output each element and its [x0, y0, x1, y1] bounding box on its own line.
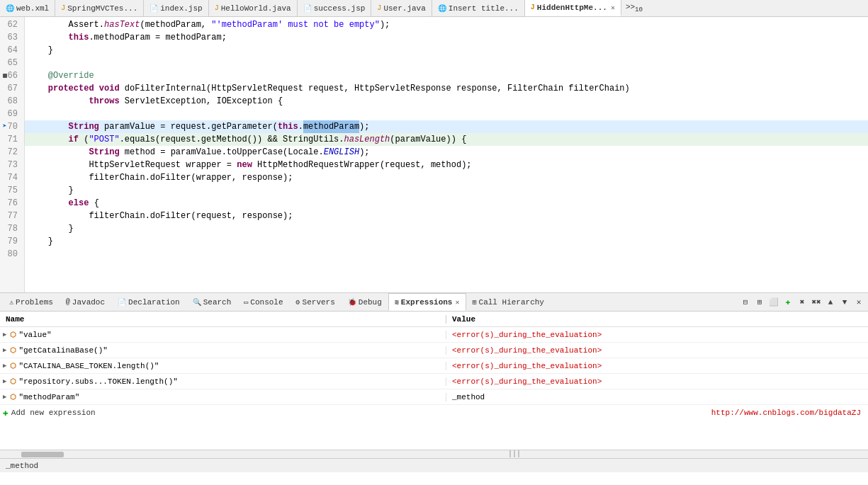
expressions-tab-close[interactable]: ✕	[455, 298, 459, 307]
blog-url: http://www.cnblogs.com/bigdataZJ	[711, 409, 868, 417]
tab-index-jsp[interactable]: 📄 index.jsp	[144, 0, 208, 16]
expr-name-3: ▶ ⬡ "CATALINA_BASE_TOKEN.length()"	[0, 362, 446, 370]
expand-arrow-4[interactable]: ▶	[3, 377, 6, 385]
code-lines-content: Assert.hasText(methodParam, "'methodPara…	[25, 17, 868, 292]
scroll-up-button[interactable]: ▲	[824, 296, 837, 309]
tab-web-xml[interactable]: 🌐 web.xml	[0, 0, 55, 16]
expr-value-4: <error(s)_during_the_evaluation>	[446, 377, 602, 386]
line-66: 66	[0, 69, 21, 82]
code-line-79: }	[25, 235, 868, 248]
tab-call-hierarchy[interactable]: ⊞ Call Hierarchy	[466, 293, 551, 311]
declaration-icon: 📄	[118, 298, 126, 307]
code-line-74: filterChain.doFilter(wrapper, response);	[25, 171, 868, 184]
breakpoint-66[interactable]	[3, 74, 7, 78]
line-71: 71	[0, 133, 21, 146]
expressions-header: Name Value	[0, 312, 868, 327]
java-icon-2: J	[215, 4, 219, 12]
bottom-horizontal-scrollbar[interactable]: |||	[0, 450, 868, 458]
tab-declaration[interactable]: 📄 Declaration	[111, 293, 186, 311]
current-line-arrow: ➤	[3, 120, 7, 133]
code-line-71: if ("POST".equals(request.getMethod()) &…	[25, 133, 868, 146]
expand-all-button[interactable]: ⊞	[753, 296, 766, 309]
line-73: 73	[0, 159, 21, 171]
bottom-toolbar: ⊟ ⊞ ⬜ ✚ ✖ ✖✖ ▲ ▼ ✕	[739, 296, 865, 309]
line-69: 69	[0, 108, 21, 120]
javadoc-icon: @	[66, 298, 70, 306]
code-line-65	[25, 57, 868, 69]
scroll-down-button[interactable]: ▼	[838, 296, 851, 309]
add-expression-label: Add new expression	[11, 409, 96, 417]
collapse-all-button[interactable]: ⊟	[739, 296, 752, 309]
jsp-icon-3: 🌐	[438, 4, 446, 13]
line-76: 76	[0, 197, 21, 210]
maximize-button[interactable]: ⬜	[767, 296, 780, 309]
remove-all-button[interactable]: ✖✖	[810, 296, 823, 309]
horizontal-scrollbar[interactable]	[0, 292, 868, 293]
expr-watch-icon-1: ⬡	[10, 331, 16, 339]
bottom-tab-bar: ⚠ Problems @ Javadoc 📄 Declaration 🔍 Sea…	[0, 293, 868, 312]
debug-icon: 🐞	[348, 298, 356, 307]
code-line-75: }	[25, 184, 868, 197]
expression-row-1: ▶ ⬡ "value" <error(s)_during_the_evaluat…	[0, 327, 868, 343]
expr-footer: ✚ Add new expression http://www.cnblogs.…	[0, 405, 868, 421]
expression-row-2: ▶ ⬡ "getCatalinaBase()" <error(s)_during…	[0, 343, 868, 358]
expand-arrow-1[interactable]: ▶	[3, 331, 6, 338]
code-line-77: filterChain.doFilter(request, response);	[25, 210, 868, 222]
expr-name-4: ▶ ⬡ "repository.subs...TOKEN.length()"	[0, 377, 446, 386]
value-column-header: Value	[446, 315, 475, 324]
line-74: 74	[0, 171, 21, 184]
status-bar: _method	[0, 458, 868, 472]
line-78: 78	[0, 222, 21, 235]
expr-value-1: <error(s)_during_the_evaluation>	[446, 331, 602, 339]
tab-user-java[interactable]: J User.java	[371, 0, 432, 16]
java-icon-3: J	[377, 4, 381, 12]
expr-name-5: ▶ ⬡ "methodParam"	[0, 393, 446, 401]
expr-value-3: <error(s)_during_the_evaluation>	[446, 362, 602, 370]
tab-springmvc[interactable]: J SpringMVCTes...	[55, 0, 144, 16]
tab-hidden-http[interactable]: J HiddenHttpMe... ✕	[525, 0, 621, 16]
expr-watch-icon-4: ⬡	[10, 377, 16, 386]
code-line-64: }	[25, 44, 868, 57]
close-panel-button[interactable]: ✕	[852, 296, 865, 309]
bottom-scrollbar-thumb	[21, 452, 64, 457]
add-watch-button[interactable]: ✚	[782, 296, 794, 309]
search-icon: 🔍	[193, 298, 201, 307]
line-67: 67	[0, 82, 21, 95]
add-expression-row[interactable]: ✚ Add new expression	[0, 405, 96, 421]
expr-value-5: _method	[446, 393, 485, 401]
tab-search[interactable]: 🔍 Search	[186, 293, 238, 311]
line-77: 77	[0, 210, 21, 222]
code-line-67: protected void doFilterInternal(HttpServ…	[25, 82, 868, 95]
code-line-66: @Override	[25, 69, 868, 82]
tab-success-jsp[interactable]: 📄 success.jsp	[298, 0, 372, 16]
tab-debug[interactable]: 🐞 Debug	[342, 293, 388, 311]
servers-icon: ⚙	[296, 298, 300, 307]
line-65: 65	[0, 57, 21, 69]
code-line-63: this.methodParam = methodParam;	[25, 31, 868, 44]
tab-close-icon[interactable]: ✕	[611, 4, 615, 12]
expand-arrow-3[interactable]: ▶	[3, 362, 6, 370]
java-icon-1: J	[61, 4, 65, 12]
line-72: 72	[0, 146, 21, 159]
expand-arrow-2[interactable]: ▶	[3, 346, 6, 354]
expr-watch-icon-5: ⬡	[10, 393, 16, 401]
tab-overflow[interactable]: >>10	[621, 3, 647, 13]
expression-row-5: ▶ ⬡ "methodParam" _method	[0, 389, 868, 405]
tab-console[interactable]: ▭ Console	[237, 293, 289, 311]
line-75: 75	[0, 184, 21, 197]
tab-problems[interactable]: ⚠ Problems	[3, 293, 60, 311]
remove-watch-button[interactable]: ✖	[796, 296, 808, 309]
tab-servers[interactable]: ⚙ Servers	[290, 293, 342, 311]
expand-arrow-5[interactable]: ▶	[3, 393, 6, 401]
line-numbers: 62 63 64 65 66 67 68 69 ➤ 70 71 72 73 74…	[0, 17, 25, 292]
line-62: 62	[0, 18, 21, 31]
line-68: 68	[0, 95, 21, 108]
tab-javadoc[interactable]: @ Javadoc	[60, 293, 111, 311]
jsp-icon-1: 📄	[150, 4, 158, 13]
scrollbar-label: |||	[508, 450, 521, 458]
tab-helloworld[interactable]: J HelloWorld.java	[209, 0, 298, 16]
xml-icon: 🌐	[6, 4, 14, 13]
tab-insert-title[interactable]: 🌐 Insert title...	[432, 0, 525, 16]
tab-expressions[interactable]: ≋ Expressions ✕	[388, 293, 466, 311]
status-text: _method	[6, 462, 38, 470]
